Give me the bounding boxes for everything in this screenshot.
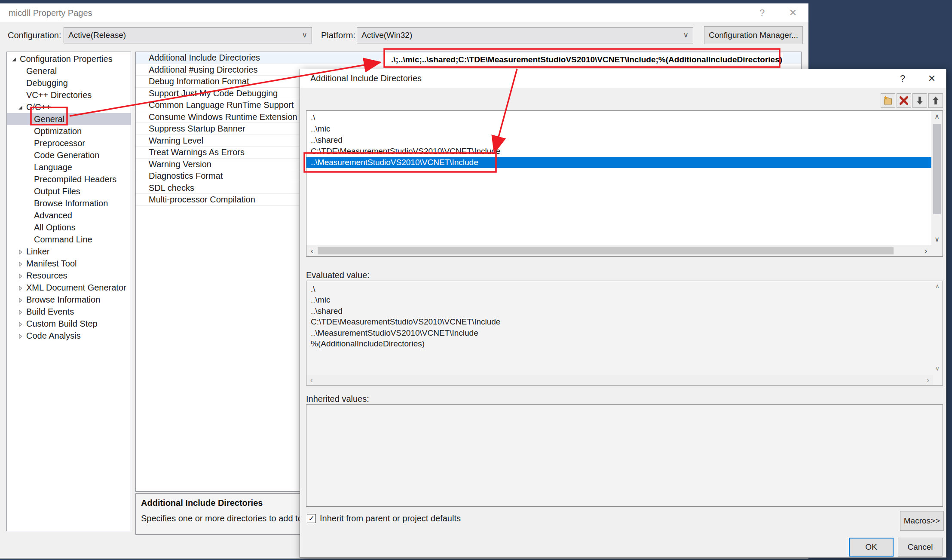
delete-button[interactable] [897, 93, 911, 108]
scroll-down-icon[interactable]: ∨ [931, 234, 943, 245]
tree-item-output-files[interactable]: Output Files [7, 185, 131, 197]
tree-item-preprocessor[interactable]: Preprocessor [7, 137, 131, 149]
scrollbar-thumb[interactable] [933, 124, 941, 214]
configuration-manager-button[interactable]: Configuration Manager... [704, 26, 803, 44]
include-dir-item[interactable]: ..\shared [306, 135, 931, 146]
tree-item-resources[interactable]: Resources [7, 269, 131, 282]
expand-icon[interactable] [17, 282, 24, 294]
tree-item-vc-directories[interactable]: VC++ Directories [7, 89, 131, 101]
screen: micdll Property Pages ? ✕ Configuration:… [0, 0, 952, 560]
expand-icon[interactable] [17, 258, 24, 270]
collapse-icon[interactable] [17, 102, 24, 114]
include-directories-list: .\..\mic..\sharedC:\TDE\MeasurementStudi… [306, 110, 943, 257]
tree-item-custom-build-step[interactable]: Custom Build Step [7, 318, 131, 330]
tree-item-label: Browse Information [34, 199, 108, 208]
scroll-left-icon[interactable]: ‹ [306, 375, 317, 385]
tree-item-label: Language [34, 162, 72, 172]
macros-button[interactable]: Macros>> [900, 511, 944, 531]
expand-icon[interactable] [17, 330, 24, 343]
include-dir-item[interactable]: .\ [306, 112, 931, 123]
expand-icon[interactable] [17, 270, 24, 282]
tree-item-label: VC++ Directories [26, 90, 92, 100]
expand-icon[interactable] [17, 246, 24, 258]
cancel-button[interactable]: Cancel [898, 538, 943, 557]
tree-item-label: Preprocessor [34, 138, 85, 148]
tree-item-browse-information[interactable]: Browse Information [7, 197, 131, 209]
tree-item-label: C/C++ [26, 102, 51, 112]
expand-icon[interactable] [17, 306, 24, 318]
platform-dropdown[interactable]: Active(Win32) ∨ [357, 27, 693, 43]
tree-item-all-options[interactable]: All Options [7, 221, 131, 233]
window-title: micdll Property Pages [9, 3, 92, 22]
tree-item-xml-document-generator[interactable]: XML Document Generator [7, 282, 131, 294]
scroll-up-icon[interactable]: ∧ [931, 111, 943, 122]
configuration-label: Configuration: [8, 27, 61, 44]
close-icon[interactable]: ✕ [783, 3, 803, 22]
evaluated-value-line: %(AdditionalIncludeDirectories) [306, 338, 932, 349]
tree-item-code-generation[interactable]: Code Generation [7, 149, 131, 161]
additional-include-directories-dialog: Additional Include Directories ? ✕ .\..\… [300, 69, 946, 558]
tree-item-label: Debugging [26, 78, 68, 88]
tree-item-label: Output Files [34, 187, 80, 196]
tree-item-browse-information[interactable]: Browse Information [7, 294, 131, 306]
additional-include-directories-value[interactable]: .\;..\mic;..\shared;C:\TDE\MeasurementSt… [385, 53, 783, 67]
tree-item-command-line[interactable]: Command Line [7, 233, 131, 245]
tree-item-label: Code Generation [34, 150, 99, 160]
help-icon[interactable]: ? [752, 3, 772, 22]
new-line-button[interactable] [881, 93, 895, 108]
horizontal-scrollbar[interactable]: ‹ › [306, 245, 931, 256]
move-up-icon [929, 95, 943, 106]
scrollbar-corner [931, 245, 943, 256]
tree-item-general[interactable]: General [7, 65, 131, 77]
vertical-scrollbar[interactable]: ∧ ∨ [931, 111, 943, 245]
chevron-down-icon: ∨ [302, 28, 307, 43]
tree-item-configuration-properties[interactable]: Configuration Properties [7, 53, 131, 65]
tree-item-c-c[interactable]: C/C++ [7, 101, 131, 113]
horizontal-scrollbar[interactable]: ‹ › [306, 375, 933, 385]
evaluated-value-line: ..\shared [306, 306, 932, 316]
tree-item-label: Configuration Properties [20, 54, 113, 64]
include-dir-item[interactable]: ..\MeasurementStudioVS2010\VCNET\Include [306, 157, 931, 168]
tree-item-optimization[interactable]: Optimization [7, 125, 131, 137]
tree-item-label: Resources [26, 271, 67, 280]
include-dir-item[interactable]: C:\TDE\MeasurementStudioVS2010\VCNET\Inc… [306, 146, 931, 157]
close-icon[interactable]: ✕ [922, 69, 941, 88]
inherit-checkbox[interactable]: ✓ [307, 514, 316, 523]
collapse-icon[interactable] [10, 54, 17, 66]
tree-item-debugging[interactable]: Debugging [7, 77, 131, 89]
tree-item-code-analysis[interactable]: Code Analysis [7, 330, 131, 342]
tree-item-general[interactable]: General [7, 113, 131, 125]
tree-item-language[interactable]: Language [7, 161, 131, 173]
tree-item-precompiled-headers[interactable]: Precompiled Headers [7, 173, 131, 185]
tree-item-label: Custom Build Step [26, 319, 98, 328]
move-up-button[interactable] [928, 93, 943, 108]
scroll-right-icon[interactable]: › [920, 245, 931, 256]
help-icon[interactable]: ? [893, 69, 912, 88]
scroll-right-icon[interactable]: › [923, 375, 933, 385]
expand-icon[interactable] [17, 294, 24, 306]
tree-item-label: Command Line [34, 235, 92, 244]
tree-item-label: XML Document Generator [26, 283, 126, 292]
inherit-checkbox-label[interactable]: Inherit from parent or project defaults [320, 513, 461, 523]
tree-item-advanced[interactable]: Advanced [7, 209, 131, 221]
tree-item-label: Code Analysis [26, 331, 81, 340]
platform-value: Active(Win32) [361, 28, 412, 43]
tree-item-manifest-tool[interactable]: Manifest Tool [7, 257, 131, 269]
expand-icon[interactable] [17, 318, 24, 330]
include-dir-item[interactable]: ..\mic [306, 123, 931, 135]
scroll-down-icon[interactable]: ∨ [933, 364, 942, 373]
tree-item-label: Manifest Tool [26, 259, 77, 268]
tree-item-build-events[interactable]: Build Events [7, 306, 131, 318]
tree-item-linker[interactable]: Linker [7, 245, 131, 257]
tree-item-label: Optimization [34, 126, 82, 136]
move-down-button[interactable] [912, 93, 927, 108]
scroll-left-icon[interactable]: ‹ [306, 245, 318, 256]
scroll-up-icon[interactable]: ∧ [933, 282, 942, 291]
description-text: Specifies one or more directories to add… [141, 514, 326, 523]
configuration-dropdown[interactable]: Active(Release) ∨ [64, 27, 312, 43]
tree-item-label: General [34, 114, 64, 124]
scrollbar-thumb[interactable] [318, 247, 894, 254]
tree-item-label: Precompiled Headers [34, 174, 116, 184]
inherited-values-box [306, 404, 943, 507]
ok-button[interactable]: OK [849, 538, 894, 557]
